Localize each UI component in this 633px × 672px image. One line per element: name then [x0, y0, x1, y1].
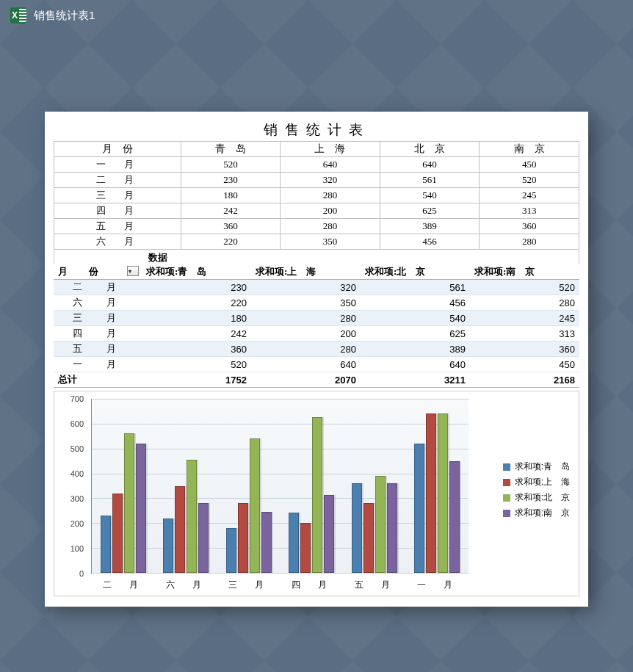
legend-item: 求和项:南 京	[503, 507, 570, 519]
legend-swatch	[503, 510, 510, 517]
bar	[101, 516, 111, 573]
pivot-total-label: 总计	[54, 372, 142, 388]
bar	[175, 486, 185, 574]
sales-data-table: 月 份青 岛上 海北 京南 京 一 月520640640450二 月230320…	[54, 141, 579, 250]
legend-swatch	[503, 463, 510, 471]
pivot-header: 求和项:上 海	[251, 264, 361, 280]
bar-group	[92, 399, 155, 573]
legend-item: 求和项:青 岛	[503, 460, 570, 473]
pivot-filter-dropdown[interactable]: ▾	[127, 266, 139, 276]
chart-legend: 求和项:青 岛求和项:上 海求和项:北 京求和项:南 京	[503, 458, 570, 522]
bar	[124, 433, 134, 573]
bar	[375, 476, 386, 573]
table-header: 青 岛	[181, 142, 281, 157]
spreadsheet-document: 销售统计表 月 份青 岛上 海北 京南 京 一 月520640640450二 月…	[45, 112, 588, 607]
pivot-header: 求和项:北 京	[361, 264, 470, 280]
bar	[198, 503, 209, 573]
table-row: 五 月360280389360	[54, 219, 579, 234]
bar	[238, 503, 248, 573]
bar	[187, 460, 197, 573]
table-row: 六 月220350456280	[54, 295, 579, 311]
legend-swatch	[503, 479, 510, 486]
table-row: 四 月242200625313	[54, 203, 579, 219]
table-row: 一 月520640640450	[54, 357, 579, 372]
table-row: 三 月180280540245	[54, 188, 579, 203]
bar	[112, 494, 123, 573]
bar	[312, 417, 322, 573]
legend-item: 求和项:上 海	[503, 476, 570, 488]
excel-icon	[10, 7, 26, 24]
pivot-header: 求和项:青 岛	[142, 264, 251, 280]
bar	[300, 523, 311, 573]
pivot-data-label: 数据	[54, 250, 579, 264]
bar	[136, 444, 146, 573]
bar	[414, 444, 424, 573]
table-row: 一 月520640640450	[54, 157, 579, 173]
table-row: 四 月242200625313	[54, 326, 579, 342]
legend-swatch	[503, 494, 510, 502]
bar-group	[343, 399, 406, 573]
pivot-month-header: 月 份▾	[54, 264, 142, 280]
table-row: 五 月360280389360	[54, 342, 579, 357]
table-row: 二 月230320561520	[54, 280, 579, 295]
bar-group	[406, 399, 469, 573]
window-titlebar: 销售统计表1	[0, 0, 633, 31]
bar-group	[155, 399, 218, 573]
chart-plot-area	[91, 399, 469, 574]
bar	[363, 503, 374, 573]
bar-group	[281, 399, 344, 573]
bar	[261, 512, 272, 573]
pivot-table: 月 份▾求和项:青 岛求和项:上 海求和项:北 京求和项:南 京 二 月2303…	[54, 264, 579, 388]
table-header: 南 京	[480, 142, 579, 157]
table-row: 六 月220350456280	[54, 234, 579, 250]
sales-bar-chart: 0100200300400500600700 二 月六 月三 月四 月五 月一 …	[54, 391, 579, 596]
chart-bars	[92, 399, 469, 573]
table-header: 上 海	[281, 142, 380, 157]
table-row: 三 月180280540245	[54, 311, 579, 326]
legend-item: 求和项:北 京	[503, 491, 570, 504]
bar	[449, 461, 460, 573]
pivot-header: 求和项:南 京	[470, 264, 579, 280]
window-title: 销售统计表1	[34, 9, 95, 23]
bar	[226, 528, 236, 573]
bar	[250, 438, 260, 573]
table-header: 北 京	[380, 142, 480, 157]
bar	[438, 413, 448, 573]
bar	[352, 483, 362, 573]
bar	[426, 413, 436, 573]
bar	[289, 513, 299, 573]
chart-x-axis-labels: 二 月六 月三 月四 月五 月一 月	[91, 579, 469, 591]
table-header: 月 份	[54, 142, 181, 157]
sheet-title: 销售统计表	[54, 119, 579, 141]
bar	[387, 483, 397, 573]
table-row: 二 月230320561520	[54, 173, 579, 188]
bar	[163, 519, 173, 573]
bar	[324, 495, 334, 573]
bar-group	[217, 399, 281, 573]
chart-y-axis-labels: 0100200300400500600700	[54, 399, 88, 574]
